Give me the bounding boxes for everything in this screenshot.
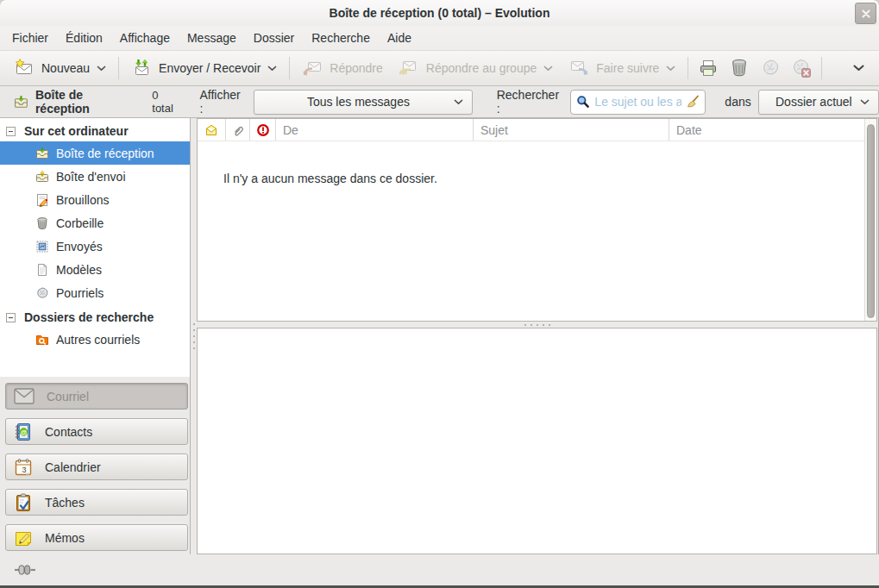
send-receive-icon xyxy=(131,58,152,78)
expander-minus-icon[interactable] xyxy=(6,313,16,322)
folder-inbox[interactable]: Boîte de réception xyxy=(0,141,190,165)
folder-junk[interactable]: Pourriels xyxy=(0,281,190,304)
sent-stamp-icon xyxy=(35,240,49,253)
folder-sent[interactable]: Envoyés xyxy=(0,235,190,258)
filterbar: Boîte de réception 0 total Afficher : To… xyxy=(0,86,879,118)
search-scope-dropdown[interactable]: Dossier actuel xyxy=(758,90,879,115)
column-status[interactable] xyxy=(198,119,226,141)
search-label: Rechercher : xyxy=(497,88,566,116)
toolbar-overflow-button[interactable] xyxy=(844,65,873,72)
chevron-down-icon xyxy=(543,66,553,72)
evolution-window: Boîte de réception (0 total) – Evolution… xyxy=(0,0,879,588)
folder-message-count: 0 total xyxy=(152,89,182,115)
vertical-splitter[interactable] xyxy=(191,118,197,554)
new-mail-icon xyxy=(14,58,35,78)
online-status-plug-icon[interactable] xyxy=(14,563,36,577)
toolbar-separator xyxy=(821,57,822,79)
message-status-icon xyxy=(204,123,218,137)
not-junk-button[interactable] xyxy=(786,54,817,82)
reply-label: Répondre xyxy=(330,61,383,75)
message-list-scrollbar[interactable] xyxy=(864,119,876,321)
send-receive-label: Envoyer / Recevoir xyxy=(159,61,261,75)
switcher-contacts-button[interactable]: @ Contacts xyxy=(5,418,188,445)
switcher-memos-button[interactable]: Mémos xyxy=(5,524,188,551)
reply-group-button[interactable]: Répondre au groupe xyxy=(391,54,561,82)
print-button[interactable] xyxy=(693,54,724,82)
chevron-down-icon xyxy=(860,99,870,105)
chevron-down-icon xyxy=(666,66,675,72)
folder-outbox[interactable]: Boîte d'envoi xyxy=(0,165,190,188)
column-from[interactable]: De xyxy=(276,119,474,141)
message-filter-dropdown[interactable]: Tous les messages xyxy=(254,90,473,115)
search-entry xyxy=(570,90,706,115)
search-folders-group[interactable]: Dossiers de recherche xyxy=(0,307,190,328)
search-input[interactable] xyxy=(594,95,681,109)
clear-search-broom-icon[interactable] xyxy=(686,95,700,109)
chevron-down-icon xyxy=(267,66,277,72)
search-icon[interactable] xyxy=(576,95,590,109)
column-date[interactable]: Date xyxy=(669,119,865,141)
menu-aide[interactable]: Aide xyxy=(379,28,420,48)
toolbar-separator xyxy=(118,57,119,79)
switcher-contacts-label: Contacts xyxy=(45,425,92,439)
delete-button[interactable] xyxy=(724,54,755,82)
component-switcher: Courriel @ Contacts 3 xyxy=(0,377,191,554)
junk-icon xyxy=(760,58,781,78)
message-list-pane: De Sujet Date Il n'y a aucun message dan… xyxy=(197,118,877,322)
folder-trash[interactable]: Corbeille xyxy=(0,211,190,235)
menu-dossier[interactable]: Dossier xyxy=(245,28,303,48)
tasks-icon xyxy=(14,493,33,512)
svg-text:@: @ xyxy=(20,428,27,436)
folder-drafts[interactable]: Brouillons xyxy=(0,188,190,211)
close-button[interactable] xyxy=(855,3,876,24)
menubar: Fichier Édition Affichage Message Dossie… xyxy=(0,26,879,50)
switcher-memos-label: Mémos xyxy=(45,531,85,545)
calendar-icon: 3 xyxy=(14,458,33,477)
message-list-header: De Sujet Date xyxy=(198,119,865,141)
menu-affichage[interactable]: Affichage xyxy=(111,28,179,48)
folder-templates[interactable]: Modèles xyxy=(0,258,190,281)
current-folder-name: Boîte de réception xyxy=(35,88,140,116)
window-title: Boîte de réception (0 total) – Evolution xyxy=(0,0,879,27)
menu-fichier[interactable]: Fichier xyxy=(3,28,57,48)
folder-label: Boîte d'envoi xyxy=(56,170,126,184)
reply-button[interactable]: Répondre xyxy=(294,54,391,82)
column-priority[interactable] xyxy=(250,119,276,141)
column-subject[interactable]: Sujet xyxy=(474,119,669,141)
mail-icon xyxy=(14,388,35,404)
expander-minus-icon[interactable] xyxy=(6,127,16,136)
menu-message[interactable]: Message xyxy=(179,28,245,48)
new-message-button[interactable]: Nouveau xyxy=(6,54,114,82)
priority-icon xyxy=(256,123,270,137)
folder-label: Corbeille xyxy=(56,216,104,230)
trash-icon xyxy=(729,58,750,78)
scope-label: dans xyxy=(725,95,750,109)
switcher-calendar-button[interactable]: 3 Calendrier xyxy=(5,454,188,480)
folder-unmatched[interactable]: Autres courriels xyxy=(0,328,190,351)
search-folders-group-label: Dossiers de recherche xyxy=(24,310,154,324)
titlebar: Boîte de réception (0 total) – Evolution xyxy=(0,0,879,26)
column-attachment[interactable] xyxy=(226,119,250,141)
forward-icon xyxy=(568,58,589,78)
message-preview-pane xyxy=(197,328,877,554)
send-receive-button[interactable]: Envoyer / Recevoir xyxy=(123,54,285,82)
show-label: Afficher : xyxy=(199,88,247,116)
menu-edition[interactable]: Édition xyxy=(57,28,111,48)
svg-text:3: 3 xyxy=(22,465,27,473)
inbox-icon xyxy=(35,147,49,160)
scrollbar-thumb[interactable] xyxy=(867,124,875,318)
folder-label: Modèles xyxy=(56,263,102,277)
folder-label: Brouillons xyxy=(56,193,109,207)
folder-label: Autres courriels xyxy=(56,333,140,347)
empty-folder-message: Il n'y a aucun message dans ce dossier. xyxy=(223,172,437,185)
switcher-tasks-button[interactable]: Tâches xyxy=(5,489,188,516)
search-scope-value: Dossier actuel xyxy=(768,95,860,109)
chevron-down-icon xyxy=(97,66,106,72)
forward-label: Faire suivre xyxy=(596,61,659,75)
junk-button[interactable] xyxy=(755,54,786,82)
menu-recherche[interactable]: Recherche xyxy=(303,28,379,48)
horizontal-splitter[interactable] xyxy=(197,322,877,328)
account-group-on-this-computer[interactable]: Sur cet ordinateur xyxy=(0,121,190,141)
switcher-mail-button[interactable]: Courriel xyxy=(5,383,188,410)
forward-button[interactable]: Faire suivre xyxy=(561,54,683,82)
